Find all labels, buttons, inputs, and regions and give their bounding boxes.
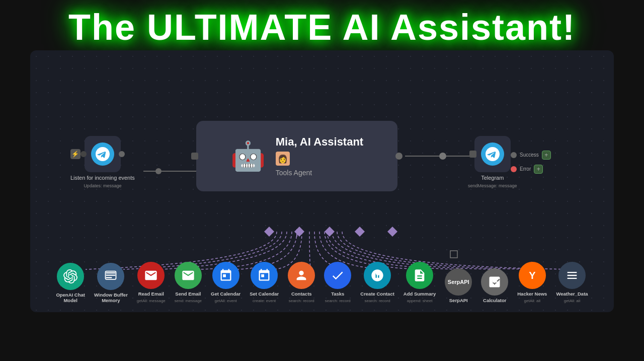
canvas-section: ⚡ Listen for incoming events Updates: me… [30,50,614,312]
error-label: Error [520,166,531,172]
tool-label-4: Get Calendar [211,291,240,297]
tool-label-8: Create Contact [360,291,394,297]
tool-label-13: Weather_Data [556,291,588,297]
page-title: The ULTIMATE AI Assistant! [0,9,644,45]
success-dot [511,152,517,158]
tool-label-6: Contacts [291,291,312,297]
tool-icon-6 [288,262,315,289]
tool-label-3: Send Email [175,291,201,297]
svg-marker-6 [294,227,304,237]
agent-avatar: 👩 [276,152,290,166]
tool-label-0: OpenAI Chat Model [56,292,85,303]
tool-label-12: Hacker News [517,291,547,297]
agent-node[interactable]: 🤖 Mia, AI Assistant 👩 Tools Agent [196,121,397,191]
tool-sublabel-6: search: record [289,299,314,303]
output-input-connector [469,151,476,158]
svg-rect-10 [450,251,457,258]
tool-icon-13 [558,262,586,289]
tool-sublabel-3: send: message [175,299,202,303]
trigger-telegram-icon [91,142,114,166]
tool-node-9[interactable]: Add Summaryappend: sheet [404,262,436,303]
agent-input-connector [191,153,198,160]
svg-marker-5 [264,227,274,237]
tool-label-5: Set Calendar [250,291,279,297]
tool-node-10[interactable]: SerpAPISerpAPI [445,268,472,303]
error-dot [511,166,517,172]
tool-sublabel-4: getAll: event [215,299,237,303]
tool-label-7: Tasks [331,291,344,297]
tool-sublabel-5: create: event [253,299,276,303]
tool-node-12[interactable]: YHacker NewsgetAll: all [517,262,547,303]
tool-label-10: SerpAPI [449,298,468,303]
tool-icon-7 [324,262,351,289]
tool-sublabel-7: search: record [325,299,351,303]
tool-node-11[interactable]: Calculator [481,268,508,303]
agent-subtitle: Tools Agent [276,169,363,177]
tool-sublabel-2: getAll: message [137,299,166,303]
trigger-output-dot [119,151,125,157]
tools-row: OpenAI Chat ModelWindow Buffer MemoryRea… [30,262,614,303]
tool-node-13[interactable]: Weather_DatagetAll: all [556,262,588,303]
tool-icon-12: Y [519,262,546,289]
tool-icon-3 [175,262,202,289]
output-status-area: Success + Error + [511,151,551,174]
tool-node-4[interactable]: Get CalendargetAll: event [211,262,240,303]
output-label: Telegram [481,174,504,181]
tool-label-2: Read Email [138,291,164,297]
tool-label-1: Window Buffer Memory [94,292,128,303]
output-sublabel: sendMessage: message [468,183,517,188]
svg-marker-7 [325,227,335,237]
trigger-node[interactable]: ⚡ Listen for incoming events Updates: me… [70,136,135,188]
tool-node-8[interactable]: Create Contactsearch: record [360,262,394,303]
output-telegram-icon [481,142,504,166]
tool-node-7[interactable]: Taskssearch: record [324,262,351,303]
error-add-button[interactable]: + [534,165,543,174]
success-label: Success [520,152,539,158]
title-section: The ULTIMATE AI Assistant! [0,0,644,50]
success-add-button[interactable]: + [542,151,551,160]
output-telegram-node[interactable]: Success + Error + Telegram sendMessage: … [468,136,517,188]
tool-sublabel-13: getAll: all [564,299,580,303]
agent-robot-icon: 🤖 [230,138,266,174]
lightning-icon: ⚡ [70,149,80,159]
tool-icon-2 [137,262,165,289]
svg-point-2 [155,168,162,174]
tool-icon-9 [406,262,433,289]
tool-node-3[interactable]: Send Emailsend: message [175,262,202,303]
tool-icon-0 [57,263,84,290]
tool-node-2[interactable]: Read EmailgetAll: message [137,262,166,303]
agent-title: Mia, AI Assistant [276,135,363,149]
tool-sublabel-8: search: record [364,299,390,303]
tool-node-1[interactable]: Window Buffer Memory [94,263,128,303]
tool-icon-10: SerpAPI [445,268,472,296]
trigger-sublabel: Updates: message [84,183,121,188]
tool-label-9: Add Summary [404,291,436,297]
trigger-input-dot [80,151,87,157]
tool-icon-8 [364,262,391,289]
trigger-label: Listen for incoming events [70,174,135,181]
tool-node-6[interactable]: Contactssearch: record [288,262,315,303]
tool-icon-11 [481,268,508,296]
tool-icon-1 [97,263,124,290]
tool-sublabel-12: getAll: all [524,299,540,303]
tool-icon-5 [251,262,278,289]
tool-icon-4 [212,262,239,289]
tool-node-0[interactable]: OpenAI Chat Model [56,263,85,303]
tool-label-11: Calculator [483,298,506,303]
svg-marker-9 [387,227,397,237]
svg-marker-8 [355,227,365,237]
tool-node-5[interactable]: Set Calendarcreate: event [250,262,279,303]
svg-point-3 [439,153,446,160]
tool-sublabel-9: append: sheet [407,299,433,303]
agent-output-dot [395,153,403,160]
